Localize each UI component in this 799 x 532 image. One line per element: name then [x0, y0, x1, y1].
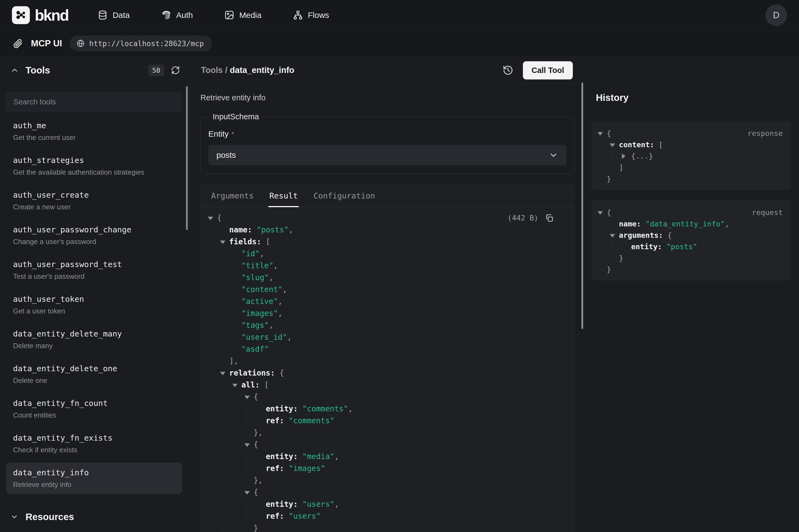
- json-line: ref: "images": [207, 462, 565, 475]
- collapse-toggle-open[interactable]: [597, 132, 603, 136]
- entity-select[interactable]: posts: [208, 145, 567, 165]
- history-entry-request[interactable]: {requestname: "data_entity_info",argumen…: [591, 200, 792, 281]
- collapse-toggle-open[interactable]: [244, 491, 250, 495]
- tool-list-item[interactable]: auth_me Get the current user: [6, 115, 182, 147]
- tool-name: auth_strategies: [13, 156, 175, 165]
- tool-list-item[interactable]: auth_user_create Create a new user: [6, 185, 182, 216]
- json-line: "active",: [207, 296, 565, 307]
- nav-item-flows[interactable]: Flows: [293, 10, 329, 20]
- tool-name: data_entity_fn_exists: [13, 433, 175, 442]
- brand[interactable]: bknd: [12, 6, 68, 24]
- tool-list-item[interactable]: auth_user_password_test Test a user's pa…: [6, 254, 182, 286]
- collapse-toggle-open[interactable]: [220, 372, 225, 375]
- refresh-tools-button[interactable]: [171, 65, 180, 75]
- json-key: fields:: [229, 237, 266, 246]
- collapse-toggle-closed[interactable]: [622, 153, 625, 159]
- indent-guide: [210, 296, 210, 307]
- user-avatar[interactable]: D: [765, 4, 787, 26]
- indent-guide: [600, 151, 600, 162]
- indent-guide: [600, 252, 600, 264]
- json-punct: {: [279, 368, 284, 377]
- copy-button[interactable]: [545, 214, 554, 222]
- indent-guide: [210, 439, 210, 451]
- json-string: "media": [302, 452, 335, 461]
- sidebar-scrollbar-thumb[interactable]: [186, 86, 188, 230]
- json-punct: ,: [269, 321, 273, 330]
- indent-guide: [210, 307, 210, 319]
- json-string: "posts": [666, 242, 697, 251]
- tool-description: Delete one: [13, 376, 175, 384]
- json-punct: ,: [335, 500, 339, 509]
- json-string: "comments": [302, 404, 348, 413]
- indent-guide: [210, 260, 210, 272]
- json-string: "comments": [289, 416, 335, 425]
- indent-guide: [210, 403, 210, 415]
- search-input[interactable]: [6, 92, 182, 112]
- json-line: all: [: [207, 379, 565, 391]
- tool-list-item[interactable]: auth_strategies Get the available authen…: [6, 150, 182, 182]
- call-tool-button[interactable]: Call Tool: [523, 61, 573, 79]
- tab-result[interactable]: Result: [269, 185, 298, 207]
- tab-arguments[interactable]: Arguments: [211, 185, 253, 207]
- json-string: "users": [302, 500, 335, 509]
- json-string: "active": [241, 297, 278, 306]
- history-panel: History {responsecontent: [{...}]}{reque…: [584, 57, 799, 532]
- json-line: "slug",: [207, 272, 565, 284]
- indent-guide: [210, 415, 210, 427]
- entity-field-label: Entity*: [208, 129, 567, 138]
- json-line: "title",: [207, 260, 565, 272]
- indent-guide: [210, 462, 210, 475]
- json-line: entity: "posts": [597, 241, 783, 252]
- nav-item-auth[interactable]: Auth: [161, 10, 193, 20]
- json-string: "title": [241, 261, 273, 270]
- tool-list-item[interactable]: data_entity_fn_exists Check if entity ex…: [6, 428, 182, 459]
- tool-description: Count entities: [13, 411, 175, 419]
- json-key: entity:: [631, 242, 666, 251]
- tool-list-item[interactable]: auth_user_token Get a user token: [6, 289, 182, 321]
- json-line: ],: [207, 355, 565, 367]
- json-punct: {: [253, 440, 258, 449]
- nav-item-media[interactable]: Media: [224, 10, 262, 20]
- history-entry-response[interactable]: {responsecontent: [{...}]}: [591, 121, 792, 190]
- tab-configuration[interactable]: Configuration: [313, 185, 375, 207]
- indent-guide: [210, 331, 210, 343]
- tool-list-item[interactable]: auth_user_password_change Change a user'…: [6, 220, 182, 251]
- resources-section-header[interactable]: Resources: [0, 503, 188, 532]
- json-punct: [: [659, 140, 663, 149]
- collapse-toggle-open[interactable]: [597, 211, 603, 215]
- json-punct: ,: [269, 273, 273, 282]
- json-string: "images": [241, 309, 278, 318]
- indent-guide: [210, 236, 210, 248]
- tools-sidebar: Tools 50 auth_me Get the current user au…: [0, 57, 189, 532]
- tool-list-item[interactable]: data_entity_delete_many Delete many: [6, 324, 182, 355]
- history-button[interactable]: [502, 64, 514, 76]
- collapse-toggle-open[interactable]: [232, 384, 237, 387]
- tools-section-title: Tools: [25, 65, 50, 76]
- json-punct: ,: [273, 261, 278, 270]
- tool-description: Retrieve entity info: [13, 480, 175, 489]
- breadcrumb-tool: data_entity_info: [230, 65, 294, 75]
- collapse-toggle-open[interactable]: [208, 217, 213, 220]
- collapse-toggle-open[interactable]: [220, 241, 225, 244]
- refresh-icon: [171, 65, 180, 75]
- collapse-toggle-open[interactable]: [610, 144, 615, 147]
- json-punct: ,: [260, 249, 264, 258]
- collapse-toggle-open[interactable]: [610, 234, 615, 238]
- json-punct: ,: [278, 309, 283, 318]
- json-line: "id",: [207, 248, 565, 260]
- tool-list-item[interactable]: data_entity_delete_one Delete one: [6, 359, 182, 390]
- json-string: "images": [289, 464, 325, 473]
- mcp-url-pill[interactable]: http://localhost:28623/mcp: [70, 36, 212, 51]
- tools-section-header[interactable]: Tools 50: [0, 57, 188, 84]
- collapse-toggle-open[interactable]: [244, 396, 250, 399]
- json-line: {: [207, 439, 565, 451]
- main-scrollbar-thumb[interactable]: [582, 83, 583, 329]
- json-line: }: [597, 264, 783, 275]
- json-punct: ,: [278, 297, 283, 306]
- nav-item-data[interactable]: Data: [98, 10, 130, 20]
- collapse-toggle-open[interactable]: [244, 443, 250, 447]
- chevron-down-icon: [549, 150, 558, 160]
- tool-list-item[interactable]: data_entity_info Retrieve entity info: [6, 462, 182, 494]
- indent-guide: [210, 284, 210, 296]
- tool-list-item[interactable]: data_entity_fn_count Count entities: [6, 393, 182, 425]
